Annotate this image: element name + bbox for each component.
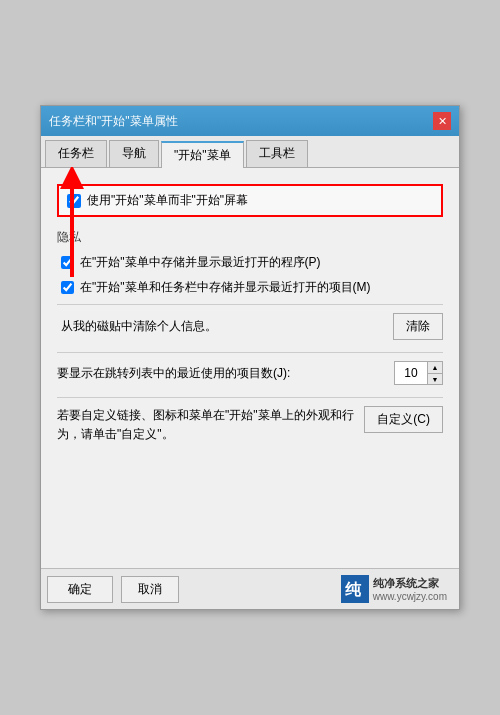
brand-logo-icon: 纯 [341,575,369,603]
spinner-input[interactable] [395,364,427,382]
use-start-menu-label: 使用"开始"菜单而非"开始"屏幕 [87,192,248,209]
checkbox-row-2: 在"开始"菜单和任务栏中存储并显示最近打开的项目(M) [57,279,443,296]
checkbox1-label: 在"开始"菜单中存储并显示最近打开的程序(P) [80,254,321,271]
privacy-label: 隐私 [57,229,443,246]
clear-text: 从我的磁贴中清除个人信息。 [61,318,217,335]
customize-row: 若要自定义链接、图标和菜单在"开始"菜单上的外观和行为，请单击"自定义"。 自定… [57,406,443,444]
main-window: 任务栏和"开始"菜单属性 ✕ 任务栏 导航 "开始"菜单 工具栏 使用"开始"菜… [40,105,460,610]
customize-label: 若要自定义链接、图标和菜单在"开始"菜单上的外观和行为，请单击"自定义"。 [57,406,354,444]
cancel-button[interactable]: 取消 [121,576,179,603]
brand-badge: 纯 纯净系统之家 www.ycwjzy.com [341,575,447,603]
clear-button[interactable]: 清除 [393,313,443,340]
ok-button[interactable]: 确定 [47,576,113,603]
tab-toolbar[interactable]: 工具栏 [246,140,308,167]
content-area: 使用"开始"菜单而非"开始"屏幕 隐私 在"开始"菜单中存储并显示最近打开的程序… [41,168,459,568]
brand-text: 纯净系统之家 www.ycwjzy.com [373,576,447,602]
tab-taskbar[interactable]: 任务栏 [45,140,107,167]
window-title: 任务栏和"开始"菜单属性 [49,113,178,130]
spinner-up[interactable]: ▲ [428,362,442,373]
customize-button[interactable]: 自定义(C) [364,406,443,433]
action-buttons: 确定 取消 [47,576,179,603]
use-start-menu-box: 使用"开始"菜单而非"开始"屏幕 [57,184,443,217]
spinner-down[interactable]: ▼ [428,373,442,384]
number-row-label: 要显示在跳转列表中的最近使用的项目数(J): [57,365,394,382]
checkbox-row-1: 在"开始"菜单中存储并显示最近打开的程序(P) [57,254,443,271]
spinner-buttons: ▲ ▼ [427,362,442,384]
checkbox2-label: 在"开始"菜单和任务栏中存储并显示最近打开的项目(M) [80,279,371,296]
divider3 [57,397,443,398]
tab-nav[interactable]: 导航 [109,140,159,167]
number-row: 要显示在跳转列表中的最近使用的项目数(J): ▲ ▼ [57,361,443,385]
svg-text:纯: 纯 [344,581,362,598]
bottom-bar: 确定 取消 纯 纯净系统之家 www.ycwjzy.com [41,568,459,609]
divider [57,304,443,305]
divider2 [57,352,443,353]
spinner: ▲ ▼ [394,361,443,385]
close-button[interactable]: ✕ [433,112,451,130]
tab-start-menu[interactable]: "开始"菜单 [161,141,244,168]
title-bar: 任务栏和"开始"菜单属性 ✕ [41,106,459,136]
clear-row: 从我的磁贴中清除个人信息。 清除 [57,313,443,340]
tab-bar: 任务栏 导航 "开始"菜单 工具栏 [41,136,459,168]
